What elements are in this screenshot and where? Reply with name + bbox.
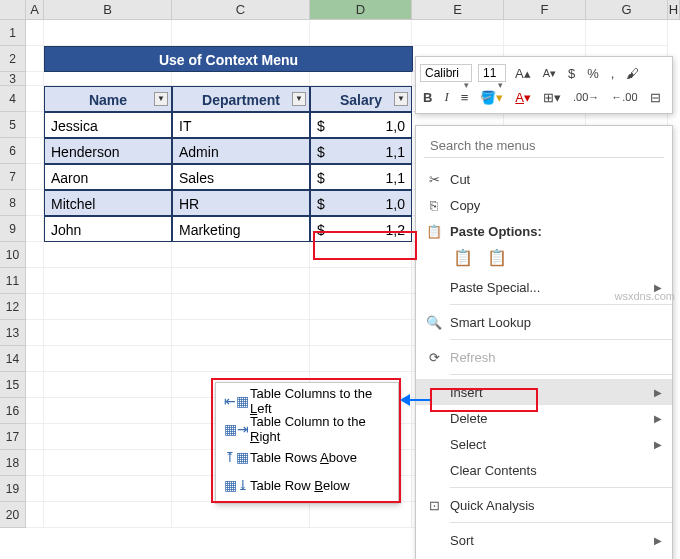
cell-dept[interactable]: IT <box>172 112 310 138</box>
comma-format-icon[interactable]: , <box>608 66 618 81</box>
filter-dropdown-icon[interactable]: ▼ <box>394 92 408 106</box>
col-G[interactable]: G <box>586 0 668 19</box>
menu-insert[interactable]: Insert▶ <box>416 379 672 405</box>
italic-icon[interactable]: I <box>441 89 451 105</box>
row-19[interactable]: 19 <box>0 476 26 502</box>
header-dept-label: Department <box>202 92 280 108</box>
decrease-font-icon[interactable]: A▾ <box>540 67 559 80</box>
menu-sort[interactable]: Sort▶ <box>416 527 672 553</box>
title-merged-cell[interactable]: Use of Context Menu <box>44 46 412 72</box>
decrease-decimal-icon[interactable]: ←.00 <box>608 91 640 103</box>
row-8[interactable]: 8 <box>0 190 26 216</box>
chevron-right-icon: ▶ <box>654 439 662 450</box>
clipboard-icon: 📋 <box>424 224 444 239</box>
border-icon[interactable]: ⊞▾ <box>540 90 564 105</box>
row-11[interactable]: 11 <box>0 268 26 294</box>
font-family-select[interactable]: Calibri <box>420 64 472 82</box>
insert-submenu: ⇤▦Table Columns to the Left ▦⇥Table Colu… <box>215 382 399 504</box>
row-12[interactable]: 12 <box>0 294 26 320</box>
accounting-format-icon[interactable]: $ <box>565 66 578 81</box>
row-20[interactable]: 20 <box>0 502 26 528</box>
col-D[interactable]: D <box>310 0 412 19</box>
col-B[interactable]: B <box>44 0 172 19</box>
row-15[interactable]: 15 <box>0 372 26 398</box>
chevron-right-icon: ▶ <box>654 387 662 398</box>
cell-name[interactable]: Henderson <box>44 138 172 164</box>
cell-name[interactable]: Aaron <box>44 164 172 190</box>
menu-delete[interactable]: Delete▶ <box>416 405 672 431</box>
menu-cut[interactable]: ✂Cut <box>416 166 672 192</box>
cell-name[interactable]: Mitchel <box>44 190 172 216</box>
format-painter-icon[interactable]: 🖌 <box>623 66 642 81</box>
cell-salary[interactable]: $1,1 <box>310 138 412 164</box>
menu-paste-options-label: 📋Paste Options: <box>416 218 672 244</box>
row-7[interactable]: 7 <box>0 164 26 190</box>
increase-font-icon[interactable]: A▴ <box>512 66 534 81</box>
paste-values-icon[interactable]: 📋 <box>484 244 510 270</box>
col-A[interactable]: A <box>26 0 44 19</box>
submenu-rows-above[interactable]: ⤒▦Table Rows Above <box>216 443 398 471</box>
watermark: wsxdns.com <box>614 290 675 302</box>
font-color-icon[interactable]: A▾ <box>512 90 534 105</box>
submenu-cols-left[interactable]: ⇤▦Table Columns to the Left <box>216 387 398 415</box>
bold-icon[interactable]: B <box>420 90 435 105</box>
menu-clear-contents[interactable]: Clear Contents <box>416 457 672 483</box>
annotation-arrow <box>400 394 430 406</box>
cell-dept[interactable]: Sales <box>172 164 310 190</box>
header-name[interactable]: Name▼ <box>44 86 172 112</box>
filter-dropdown-icon[interactable]: ▼ <box>292 92 306 106</box>
row-9[interactable]: 9 <box>0 216 26 242</box>
cell-dept[interactable]: Marketing <box>172 216 310 242</box>
increase-decimal-icon[interactable]: .00→ <box>570 91 602 103</box>
row-2[interactable]: 2 <box>0 46 26 72</box>
paste-icon[interactable]: 📋 <box>450 244 476 270</box>
menu-refresh: ⟳Refresh <box>416 344 672 370</box>
col-H[interactable]: H <box>668 0 680 19</box>
submenu-row-below[interactable]: ▦⤓Table Row Below <box>216 471 398 499</box>
header-dept[interactable]: Department▼ <box>172 86 310 112</box>
cell-name[interactable]: John <box>44 216 172 242</box>
row-13[interactable]: 13 <box>0 320 26 346</box>
menu-select[interactable]: Select▶ <box>416 431 672 457</box>
row-16[interactable]: 16 <box>0 398 26 424</box>
quick-analysis-icon: ⊡ <box>424 498 444 513</box>
menu-quick-analysis[interactable]: ⊡Quick Analysis <box>416 492 672 518</box>
header-name-label: Name <box>89 92 127 108</box>
row-3[interactable]: 3 <box>0 72 26 86</box>
submenu-col-right[interactable]: ▦⇥Table Column to the Right <box>216 415 398 443</box>
cell-salary[interactable]: $1,2 <box>310 216 412 242</box>
row-10[interactable]: 10 <box>0 242 26 268</box>
col-E[interactable]: E <box>412 0 504 19</box>
row-18[interactable]: 18 <box>0 450 26 476</box>
col-C[interactable]: C <box>172 0 310 19</box>
menu-smart-lookup[interactable]: 🔍Smart Lookup <box>416 309 672 335</box>
cell-salary[interactable]: $1,1 <box>310 164 412 190</box>
row-4[interactable]: 4 <box>0 86 26 112</box>
menu-search-input[interactable] <box>424 134 664 158</box>
table-cols-left-icon: ⇤▦ <box>224 393 246 409</box>
row-17[interactable]: 17 <box>0 424 26 450</box>
filter-dropdown-icon[interactable]: ▼ <box>154 92 168 106</box>
paste-options-row: 📋 📋 <box>416 244 672 270</box>
cell-salary[interactable]: $1,0 <box>310 112 412 138</box>
fill-color-icon[interactable]: 🪣▾ <box>477 90 506 105</box>
scissors-icon: ✂ <box>424 172 444 187</box>
col-F[interactable]: F <box>504 0 586 19</box>
cell-salary[interactable]: $1,0 <box>310 190 412 216</box>
percent-format-icon[interactable]: % <box>584 66 602 81</box>
row-6[interactable]: 6 <box>0 138 26 164</box>
menu-copy[interactable]: ⎘Copy <box>416 192 672 218</box>
table-rows-above-icon: ⤒▦ <box>224 449 246 465</box>
align-icon[interactable]: ≡ <box>458 90 472 105</box>
row-1[interactable]: 1 <box>0 20 26 46</box>
cell-dept[interactable]: HR <box>172 190 310 216</box>
merge-icon[interactable]: ⊟ <box>647 90 664 105</box>
row-5[interactable]: 5 <box>0 112 26 138</box>
cell-name[interactable]: Jessica <box>44 112 172 138</box>
refresh-icon: ⟳ <box>424 350 444 365</box>
cell-dept[interactable]: Admin <box>172 138 310 164</box>
select-all-corner[interactable] <box>0 0 26 19</box>
row-14[interactable]: 14 <box>0 346 26 372</box>
font-size-select[interactable]: 11 <box>478 64 506 82</box>
header-salary[interactable]: Salary▼ <box>310 86 412 112</box>
